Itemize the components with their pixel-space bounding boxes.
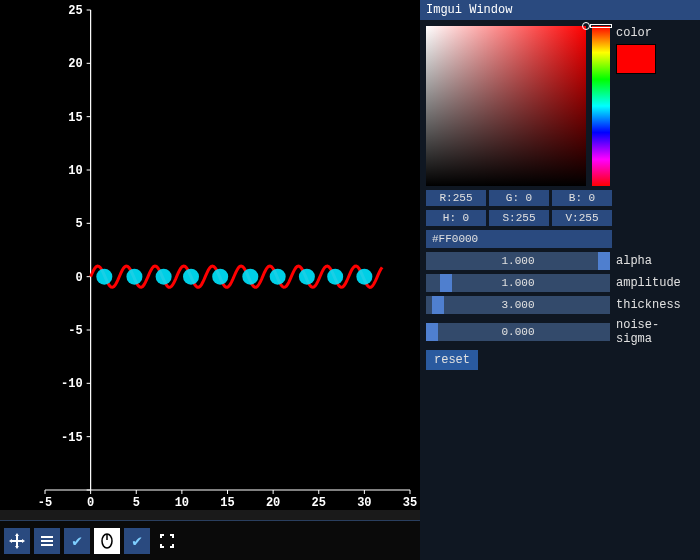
svg-text:-5: -5	[38, 496, 52, 510]
svg-point-45	[242, 269, 258, 285]
svg-text:10: 10	[175, 496, 189, 510]
hex-input[interactable]: #FF0000	[426, 230, 612, 248]
check-icon: ✔	[132, 531, 142, 551]
svg-text:20: 20	[68, 57, 82, 71]
color-label: color	[616, 26, 656, 40]
reset-button[interactable]: reset	[426, 350, 478, 370]
alpha-thumb	[598, 252, 610, 270]
svg-rect-50	[41, 536, 53, 538]
svg-point-47	[299, 269, 315, 285]
svg-text:20: 20	[266, 496, 280, 510]
r-value[interactable]: R:255	[426, 190, 486, 206]
amplitude-label: amplitude	[616, 276, 681, 290]
amplitude-slider[interactable]: 1.000	[426, 274, 610, 292]
svg-rect-52	[41, 544, 53, 546]
svg-text:0: 0	[87, 496, 94, 510]
svg-point-49	[356, 269, 372, 285]
amplitude-thumb	[440, 274, 452, 292]
alpha-label: alpha	[616, 254, 652, 268]
s-value[interactable]: S:255	[489, 210, 549, 226]
noise-sigma-thumb	[426, 323, 438, 341]
svg-text:-5: -5	[68, 324, 82, 338]
svg-text:35: 35	[403, 496, 417, 510]
window-title[interactable]: Imgui Window	[420, 0, 700, 20]
toolbar: ✔ ✔	[0, 520, 420, 560]
check-button-1[interactable]: ✔	[64, 528, 90, 554]
svg-point-42	[156, 269, 172, 285]
noise-sigma-slider[interactable]: 0.000	[426, 323, 610, 341]
svg-point-44	[212, 269, 228, 285]
svg-point-41	[126, 269, 142, 285]
svg-text:15: 15	[220, 496, 234, 510]
thickness-thumb	[432, 296, 444, 314]
plot-area: [object Object]-15-10-50510152025-505101…	[0, 0, 420, 510]
svg-text:25: 25	[312, 496, 326, 510]
svg-text:0: 0	[75, 271, 82, 285]
move-icon	[9, 533, 25, 549]
color-swatch[interactable]	[616, 44, 656, 74]
fullscreen-icon	[159, 533, 175, 549]
align-icon	[39, 533, 55, 549]
amplitude-value: 1.000	[501, 277, 534, 289]
move-tool-button[interactable]	[4, 528, 30, 554]
g-value[interactable]: G: 0	[489, 190, 549, 206]
check-button-2[interactable]: ✔	[124, 528, 150, 554]
svg-text:-10: -10	[61, 377, 83, 391]
color-sv-picker[interactable]	[426, 26, 586, 186]
alpha-value: 1.000	[501, 255, 534, 267]
b-value[interactable]: B: 0	[552, 190, 612, 206]
thickness-value: 3.000	[501, 299, 534, 311]
svg-text:10: 10	[68, 164, 82, 178]
svg-text:5: 5	[75, 217, 82, 231]
svg-rect-51	[41, 540, 53, 542]
svg-text:-15: -15	[61, 431, 83, 445]
color-hue-bar[interactable]	[592, 26, 610, 186]
thickness-slider[interactable]: 3.000	[426, 296, 610, 314]
svg-text:30: 30	[357, 496, 371, 510]
svg-point-46	[270, 269, 286, 285]
hue-cursor	[590, 24, 612, 28]
v-value[interactable]: V:255	[552, 210, 612, 226]
align-tool-button[interactable]	[34, 528, 60, 554]
svg-line-1: [object Object]	[0, 0, 45, 490]
h-value[interactable]: H: 0	[426, 210, 486, 226]
svg-text:15: 15	[68, 111, 82, 125]
svg-point-48	[327, 269, 343, 285]
svg-text:5: 5	[133, 496, 140, 510]
chart-svg: [object Object]-15-10-50510152025-505101…	[0, 0, 420, 510]
fullscreen-button[interactable]	[154, 528, 180, 554]
svg-point-43	[183, 269, 199, 285]
mouse-tool-button[interactable]	[94, 528, 120, 554]
color-cursor	[582, 22, 590, 30]
noise-sigma-label: noise-sigma	[616, 318, 694, 346]
mouse-icon	[99, 533, 115, 549]
alpha-slider[interactable]: 1.000	[426, 252, 610, 270]
svg-text:25: 25	[68, 4, 82, 18]
imgui-window: Imgui Window color R:255 G: 0 B: 0 H: 0 …	[420, 0, 700, 560]
svg-point-40	[96, 269, 112, 285]
thickness-label: thickness	[616, 298, 681, 312]
noise-sigma-value: 0.000	[501, 326, 534, 338]
check-icon: ✔	[72, 531, 82, 551]
